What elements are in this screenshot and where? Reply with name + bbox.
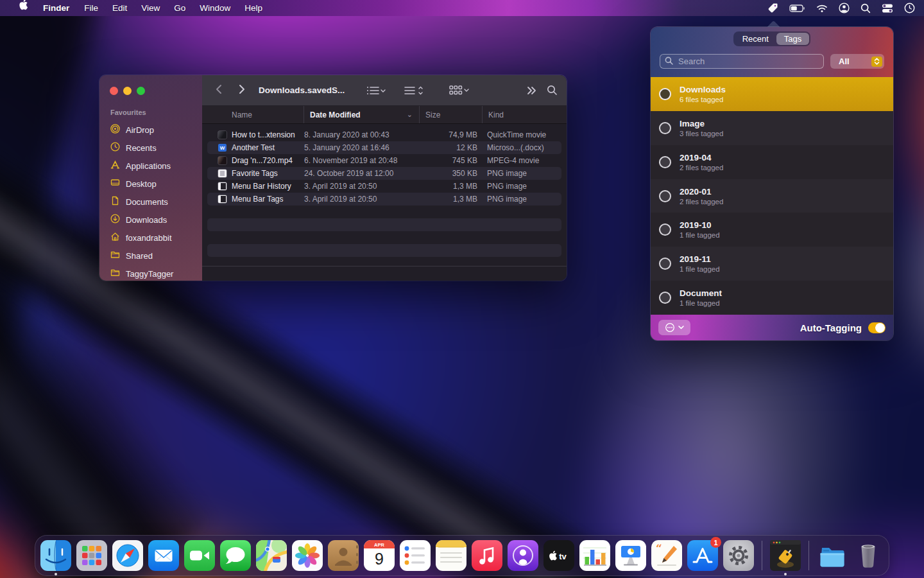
- search-input[interactable]: [677, 56, 819, 67]
- file-row[interactable]: WAnother Test 5. January 2020 at 16:46 1…: [207, 141, 561, 154]
- close-button[interactable]: [110, 87, 118, 95]
- empty-row: [207, 218, 561, 231]
- dock-app-keynote[interactable]: [615, 540, 646, 571]
- sidebar-item-documents[interactable]: Documents: [99, 193, 202, 211]
- tag-row-2019-11[interactable]: 2019-111 file tagged: [651, 247, 893, 281]
- sort-button[interactable]: [404, 85, 423, 96]
- tab-tags[interactable]: Tags: [776, 33, 809, 45]
- menu-item-edit[interactable]: Edit: [105, 0, 134, 16]
- battery-icon[interactable]: [789, 4, 805, 13]
- tag-row-2019-10[interactable]: 2019-101 file tagged: [651, 213, 893, 247]
- tag-radio[interactable]: [659, 292, 671, 304]
- dock-app-facetime[interactable]: [184, 540, 215, 571]
- tag-row-downloads[interactable]: Downloads6 files tagged: [651, 77, 893, 111]
- sidebar-item-foxandrabbit[interactable]: foxandrabbit: [99, 229, 202, 247]
- file-row[interactable]: How to t...xtension 8. January 2020 at 0…: [207, 128, 561, 141]
- column-header-date-modified[interactable]: Date Modified ⌄: [304, 106, 419, 123]
- sidebar-item-airdrop[interactable]: AirDrop: [99, 121, 202, 139]
- menu-app-name[interactable]: Finder: [35, 0, 77, 16]
- menu-item-window[interactable]: Window: [193, 0, 237, 16]
- dock-app-app-store[interactable]: 1: [687, 540, 718, 571]
- view-options-button[interactable]: [366, 85, 386, 96]
- file-row[interactable]: Drag 'n...720.mp4 6. November 2019 at 20…: [207, 154, 561, 167]
- dock-app-reminders[interactable]: [400, 540, 431, 571]
- file-row[interactable]: Menu Bar History 3. April 2019 at 20:50 …: [207, 180, 561, 193]
- document-icon: [110, 196, 120, 207]
- tag-radio[interactable]: [659, 258, 671, 270]
- tag-radio[interactable]: [659, 156, 671, 168]
- tab-recent[interactable]: Recent: [735, 33, 776, 45]
- sidebar-item-label: Downloads: [126, 215, 167, 225]
- tag-radio[interactable]: [659, 223, 671, 236]
- minimize-button[interactable]: [123, 87, 132, 95]
- tag-search-field[interactable]: [660, 54, 824, 69]
- dock-app-tv[interactable]: tv: [543, 540, 574, 571]
- tag-list: Downloads6 files tagged Image3 files tag…: [651, 77, 893, 315]
- clock-icon: [110, 142, 120, 153]
- control-center-icon[interactable]: [882, 3, 893, 13]
- tag-radio[interactable]: [659, 190, 671, 202]
- group-button[interactable]: [449, 85, 469, 96]
- svg-text:tv: tv: [559, 552, 567, 561]
- more-toolbar-items-button[interactable]: [527, 86, 536, 95]
- dock-downloads-folder[interactable]: [817, 540, 848, 571]
- file-list-header: Name Date Modified ⌄ Size Kind: [202, 106, 567, 124]
- spotlight-search-icon[interactable]: [860, 3, 871, 13]
- app-store-badge: 1: [710, 537, 721, 548]
- dock-app-numbers[interactable]: [579, 540, 610, 571]
- dock-app-maps[interactable]: [256, 540, 287, 571]
- user-menu-icon[interactable]: [839, 3, 850, 13]
- tag-menu-icon[interactable]: [767, 3, 778, 13]
- search-toolbar-icon[interactable]: [547, 85, 558, 96]
- tag-row-image[interactable]: Image3 files tagged: [651, 111, 893, 145]
- tag-radio[interactable]: [659, 88, 671, 100]
- file-row[interactable]: Menu Bar Tags 3. April 2019 at 20:50 1,3…: [207, 193, 561, 206]
- dock-app-finder[interactable]: [40, 540, 71, 571]
- dock-app-contacts[interactable]: [328, 540, 359, 571]
- dock-app-taggytagger[interactable]: [770, 540, 801, 571]
- dock-app-mail[interactable]: [148, 540, 179, 571]
- menu-item-go[interactable]: Go: [167, 0, 193, 16]
- auto-tagging-toggle[interactable]: [868, 322, 886, 333]
- tag-row-2020-01[interactable]: 2020-012 files tagged: [651, 179, 893, 213]
- sidebar-item-label: Applications: [126, 161, 171, 171]
- dock-app-safari[interactable]: [112, 540, 143, 571]
- wifi-icon[interactable]: [816, 4, 828, 13]
- sidebar-item-downloads[interactable]: Downloads: [99, 211, 202, 229]
- dock-app-music[interactable]: [472, 540, 502, 571]
- forward-button[interactable]: [234, 84, 250, 97]
- empty-row: [207, 244, 561, 257]
- filter-dropdown[interactable]: All: [830, 54, 884, 69]
- menu-item-view[interactable]: View: [134, 0, 167, 16]
- zoom-button[interactable]: [137, 87, 145, 95]
- dock-app-pages[interactable]: “: [651, 540, 682, 571]
- dock-app-messages[interactable]: [220, 540, 251, 571]
- column-header-kind[interactable]: Kind: [482, 106, 567, 123]
- back-button[interactable]: [211, 84, 227, 97]
- airdrop-icon: [110, 124, 120, 136]
- dock-trash[interactable]: [853, 540, 884, 571]
- sidebar-item-desktop[interactable]: Desktop: [99, 175, 202, 193]
- dock-app-photos[interactable]: [292, 540, 323, 571]
- apple-menu-icon[interactable]: [12, 0, 35, 16]
- menu-item-help[interactable]: Help: [237, 0, 270, 16]
- dock-app-notes[interactable]: [436, 540, 466, 571]
- dock-app-launchpad[interactable]: [76, 540, 107, 571]
- more-options-button[interactable]: [658, 320, 690, 335]
- svg-text:“: “: [656, 542, 662, 555]
- sidebar-item-recents[interactable]: Recents: [99, 139, 202, 157]
- column-header-name[interactable]: Name: [202, 106, 304, 123]
- tag-row-2019-04[interactable]: 2019-042 files tagged: [651, 145, 893, 179]
- column-header-size[interactable]: Size: [419, 106, 482, 123]
- dock-app-system-preferences[interactable]: [723, 540, 754, 571]
- sidebar-item-taggytagger[interactable]: TaggyTagger: [99, 265, 202, 281]
- dock-app-calendar[interactable]: APR9: [364, 540, 395, 571]
- dock-app-podcasts[interactable]: [508, 540, 538, 571]
- tag-radio[interactable]: [659, 122, 671, 134]
- sidebar-item-shared[interactable]: Shared: [99, 247, 202, 265]
- file-row[interactable]: Favorite Tags 24. October 2019 at 12:00 …: [207, 167, 561, 180]
- clock-icon[interactable]: [904, 3, 915, 13]
- sidebar-item-applications[interactable]: Applications: [99, 157, 202, 175]
- tag-row-document[interactable]: Document1 file tagged: [651, 281, 893, 315]
- menu-item-file[interactable]: File: [77, 0, 105, 16]
